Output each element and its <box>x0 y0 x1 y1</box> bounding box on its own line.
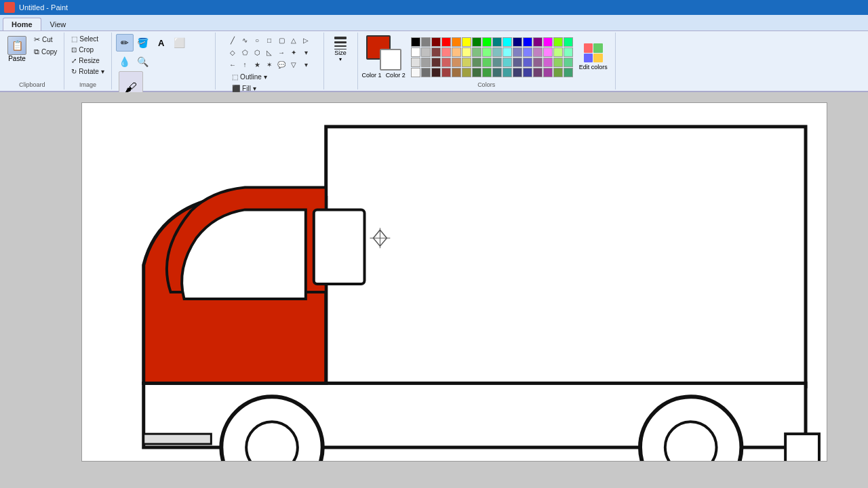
oval-shape[interactable]: ○ <box>251 34 263 46</box>
color-cell-0-12[interactable] <box>533 37 542 47</box>
color-cell-1-13[interactable] <box>543 47 553 57</box>
color-cell-1-9[interactable] <box>502 47 512 57</box>
color-cell-2-6[interactable] <box>472 58 481 67</box>
color-cell-1-6[interactable] <box>472 47 481 57</box>
color-cell-3-9[interactable] <box>502 68 512 77</box>
size-button[interactable]: Size ▾ <box>332 34 349 65</box>
color-cell-3-6[interactable] <box>472 68 481 77</box>
color-cell-3-2[interactable] <box>431 68 441 77</box>
color-cell-2-11[interactable] <box>523 58 532 67</box>
chevron-shape[interactable]: ▷ <box>300 34 312 46</box>
curve-shape[interactable]: ∿ <box>239 34 251 46</box>
color-cell-0-6[interactable] <box>472 37 481 47</box>
color-cell-0-4[interactable] <box>452 37 461 47</box>
color-cell-2-0[interactable] <box>411 58 420 67</box>
color-cell-2-5[interactable] <box>462 58 471 67</box>
triangle-shape[interactable]: △ <box>288 34 300 46</box>
color-cell-2-9[interactable] <box>502 58 512 67</box>
color-cell-0-15[interactable] <box>564 37 573 47</box>
color-cell-1-10[interactable] <box>513 47 522 57</box>
color-cell-3-4[interactable] <box>452 68 461 77</box>
color-cell-1-4[interactable] <box>452 47 461 57</box>
rect-shape[interactable]: □ <box>263 34 275 46</box>
outline-button[interactable]: ⬚ Outline ▾ <box>229 72 270 82</box>
tab-view[interactable]: View <box>41 18 75 30</box>
color-cell-0-10[interactable] <box>513 37 522 47</box>
cut-button[interactable]: ✂ Cut <box>31 34 60 45</box>
magnify-tool[interactable]: 🔍 <box>134 53 152 70</box>
color-cell-3-14[interactable] <box>553 68 563 77</box>
color-cell-0-0[interactable] <box>411 37 420 47</box>
color-cell-2-3[interactable] <box>441 58 451 67</box>
text-tool[interactable]: A <box>153 34 170 52</box>
pencil-tool[interactable]: ✏ <box>116 34 134 52</box>
color-cell-2-1[interactable] <box>421 58 431 67</box>
paint-canvas[interactable] <box>81 102 827 462</box>
color-cell-0-11[interactable] <box>523 37 532 47</box>
color-cell-3-3[interactable] <box>441 68 451 77</box>
color-cell-3-1[interactable] <box>421 68 431 77</box>
color-cell-1-14[interactable] <box>553 47 563 57</box>
paste-button[interactable]: 📋 Paste <box>4 34 30 64</box>
roundrect-shape[interactable]: ▢ <box>275 34 288 46</box>
fill-tool[interactable]: 🪣 <box>134 34 152 52</box>
color-cell-3-8[interactable] <box>492 68 502 77</box>
crop-button[interactable]: ⊡ Crop <box>68 45 96 55</box>
color-cell-1-12[interactable] <box>533 47 542 57</box>
color2-swatch[interactable] <box>380 49 401 70</box>
color-cell-1-8[interactable] <box>492 47 502 57</box>
arrow-left-shape[interactable]: ← <box>226 58 239 70</box>
color-cell-3-13[interactable] <box>543 68 553 77</box>
star5-shape[interactable]: ★ <box>251 58 263 70</box>
line-shape[interactable]: ╱ <box>226 34 239 46</box>
color-cell-3-10[interactable] <box>513 68 522 77</box>
color-cell-1-11[interactable] <box>523 47 532 57</box>
color-cell-3-0[interactable] <box>411 68 420 77</box>
color-cell-0-7[interactable] <box>482 37 492 47</box>
color-cell-0-1[interactable] <box>421 37 431 47</box>
callout-shape[interactable]: 💬 <box>275 58 288 70</box>
pentagon-shape[interactable]: ⬠ <box>239 46 251 58</box>
diamond-shape[interactable]: ◇ <box>226 46 239 58</box>
callout2-shape[interactable]: ▽ <box>288 58 300 70</box>
color-cell-3-11[interactable] <box>523 68 532 77</box>
color-cell-3-15[interactable] <box>564 68 573 77</box>
color-cell-0-9[interactable] <box>502 37 512 47</box>
hexagon-shape[interactable]: ⬡ <box>251 46 263 58</box>
color-cell-1-0[interactable] <box>411 47 420 57</box>
star6-shape[interactable]: ✶ <box>263 58 275 70</box>
color-cell-2-15[interactable] <box>564 58 573 67</box>
more-shapes[interactable]: ▾ <box>300 46 312 58</box>
canvas-area[interactable] <box>0 92 868 488</box>
color-cell-0-13[interactable] <box>543 37 553 47</box>
color-cell-2-4[interactable] <box>452 58 461 67</box>
color-cell-0-8[interactable] <box>492 37 502 47</box>
color-cell-0-3[interactable] <box>441 37 451 47</box>
color-cell-0-14[interactable] <box>553 37 563 47</box>
color-cell-1-2[interactable] <box>431 47 441 57</box>
eraser-tool[interactable]: ⬜ <box>171 34 189 52</box>
arrow-up-shape[interactable]: ↑ <box>239 58 251 70</box>
color-cell-1-3[interactable] <box>441 47 451 57</box>
color-cell-3-7[interactable] <box>482 68 492 77</box>
color-pick-tool[interactable]: 💧 <box>116 53 134 70</box>
color-cell-3-12[interactable] <box>533 68 542 77</box>
rotate-button[interactable]: ↻ Rotate ▾ <box>68 66 106 77</box>
tab-home[interactable]: Home <box>3 18 41 30</box>
edit-colors-button[interactable]: Edit colors <box>576 40 611 74</box>
copy-button[interactable]: ⧉ Copy <box>31 46 60 58</box>
color-cell-1-15[interactable] <box>564 47 573 57</box>
color-cell-2-7[interactable] <box>482 58 492 67</box>
color-cell-0-5[interactable] <box>462 37 471 47</box>
color-cell-0-2[interactable] <box>431 37 441 47</box>
resize-button[interactable]: ⤢ Resize <box>68 56 102 66</box>
color-cell-1-7[interactable] <box>482 47 492 57</box>
arrow-shape[interactable]: → <box>275 46 288 58</box>
color-cell-2-10[interactable] <box>513 58 522 67</box>
color-cell-1-1[interactable] <box>421 47 431 57</box>
select-button[interactable]: ⬚ Select <box>68 34 101 44</box>
star4-shape[interactable]: ✦ <box>288 46 300 58</box>
color-cell-3-5[interactable] <box>462 68 471 77</box>
color-cell-2-2[interactable] <box>431 58 441 67</box>
color-cell-1-5[interactable] <box>462 47 471 57</box>
